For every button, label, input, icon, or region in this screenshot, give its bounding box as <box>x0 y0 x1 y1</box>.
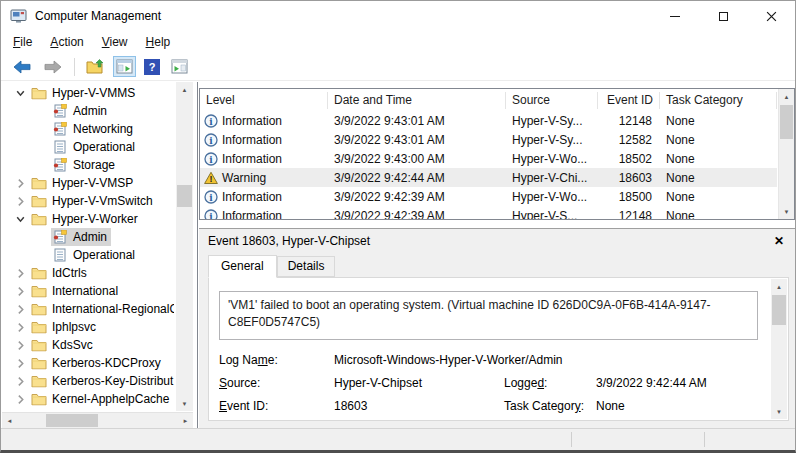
folder-icon <box>31 176 47 190</box>
tree-vertical-scrollbar[interactable]: ▲ ▼ <box>176 82 193 411</box>
event-row[interactable]: Information 3/9/2022 9:42:39 AM Hyper-V-… <box>200 187 777 206</box>
chevron-right-icon[interactable] <box>15 268 26 279</box>
tree-item-kerberos-key-dist[interactable]: Kerberos-Key-Distribut <box>1 372 174 390</box>
tree-item-worker-admin-selected[interactable]: Admin <box>1 228 174 246</box>
chevron-right-icon[interactable] <box>15 304 26 315</box>
tree-item-international[interactable]: International <box>1 282 174 300</box>
menu-help[interactable]: Help <box>137 33 180 51</box>
chevron-right-icon[interactable] <box>15 322 26 333</box>
menu-action[interactable]: Action <box>41 33 92 51</box>
tree-hscrollbar-thumb[interactable] <box>46 414 98 427</box>
event-row[interactable]: Information 3/9/2022 9:43:01 AM Hyper-V-… <box>200 130 777 149</box>
tree-item-hyper-v-vmsp[interactable]: Hyper-V-VMSP <box>1 174 174 192</box>
column-header-source[interactable]: Source <box>506 92 598 109</box>
folder-icon <box>31 392 47 406</box>
maximize-button[interactable] <box>699 1 747 31</box>
event-source-cell: Hyper-V-Wo... <box>506 152 598 166</box>
scroll-down-icon[interactable]: ▼ <box>771 404 787 419</box>
tree-view: Hyper-V-VMMS Admin Networking Operationa… <box>1 84 174 411</box>
tree-item-vmms-storage[interactable]: Storage <box>1 156 174 174</box>
up-one-level-button[interactable] <box>83 56 108 77</box>
chevron-down-icon[interactable] <box>15 214 26 225</box>
tree-item-vmms-operational[interactable]: Operational <box>1 138 174 156</box>
chevron-right-icon[interactable] <box>15 286 26 297</box>
scroll-right-icon[interactable]: ► <box>178 413 193 428</box>
menu-file[interactable]: File <box>4 33 41 51</box>
detail-scrollbar-thumb[interactable] <box>772 295 786 325</box>
column-header-datetime[interactable]: Date and Time <box>328 92 506 109</box>
tree-item-kdssvc[interactable]: KdsSvc <box>1 336 174 354</box>
event-description[interactable]: 'VM1' failed to boot an operating system… <box>219 291 758 340</box>
column-header-task-category[interactable]: Task Category <box>660 92 777 109</box>
tab-details[interactable]: Details <box>277 256 336 277</box>
column-header-event-id[interactable]: Event ID <box>598 92 660 109</box>
tree-item-vmms-admin[interactable]: Admin <box>1 102 174 120</box>
show-console-tree-button[interactable] <box>113 56 136 77</box>
chevron-right-icon[interactable] <box>15 394 26 405</box>
column-header-level[interactable]: Level <box>200 92 328 109</box>
event-datetime-cell: 3/9/2022 9:43:01 AM <box>328 114 506 128</box>
menu-view[interactable]: View <box>93 33 137 51</box>
help-button[interactable]: ? <box>141 56 163 78</box>
event-log-icon <box>52 158 68 172</box>
tab-general[interactable]: General <box>208 255 277 278</box>
scroll-down-icon[interactable]: ▼ <box>779 204 794 219</box>
scroll-up-icon[interactable]: ▲ <box>771 279 787 294</box>
scroll-up-icon[interactable]: ▲ <box>176 82 193 97</box>
scroll-up-icon[interactable]: ▲ <box>779 89 794 104</box>
event-level-cell: Information <box>200 190 328 204</box>
event-detail-header: Event 18603, Hyper-V-Chipset ✕ <box>199 229 795 253</box>
chevron-right-icon[interactable] <box>15 196 26 207</box>
back-button[interactable] <box>9 57 35 77</box>
events-scrollbar-thumb[interactable] <box>780 105 793 139</box>
event-row[interactable]: Information 3/9/2022 9:43:01 AM Hyper-V-… <box>200 111 777 130</box>
event-id-cell: 12148 <box>598 209 660 221</box>
detail-vertical-scrollbar[interactable]: ▲ ▼ <box>771 279 787 419</box>
tree-item-label: International <box>52 284 118 298</box>
chevron-right-icon[interactable] <box>15 376 26 387</box>
folder-up-icon <box>86 59 105 74</box>
event-row[interactable]: Information 3/9/2022 9:43:00 AM Hyper-V-… <box>200 149 777 168</box>
event-id-cell: 12582 <box>598 133 660 147</box>
forward-arrow-icon <box>43 60 63 74</box>
chevron-down-icon[interactable] <box>15 88 26 99</box>
tree-item-worker-operational[interactable]: Operational <box>1 246 174 264</box>
event-detail-pane: Event 18603, Hyper-V-Chipset ✕ General D… <box>199 228 795 428</box>
event-log-icon <box>52 230 68 244</box>
event-row-clipped[interactable]: Information 3/9/2022 9:42:39 AM Hyper-V-… <box>200 206 777 220</box>
tree-item-iphlpsvc[interactable]: Iphlpsvc <box>1 318 174 336</box>
tree-item-label: Storage <box>73 158 115 172</box>
detail-close-button[interactable]: ✕ <box>774 234 784 248</box>
scroll-down-icon[interactable]: ▼ <box>176 396 193 411</box>
tree-item-hyper-v-vmswitch[interactable]: Hyper-V-VmSwitch <box>1 192 174 210</box>
tree-item-international-regional[interactable]: International-RegionalO <box>1 300 174 318</box>
tree-item-kerberos-kdcproxy[interactable]: Kerberos-KDCProxy <box>1 354 174 372</box>
tree-item-idctrls[interactable]: IdCtrls <box>1 264 174 282</box>
minimize-button[interactable] <box>651 1 699 31</box>
forward-button[interactable] <box>40 57 66 77</box>
event-row-selected-warning[interactable]: Warning 3/9/2022 9:42:44 AM Hyper-V-Chi.… <box>200 168 777 187</box>
show-action-pane-button[interactable] <box>168 56 191 77</box>
menu-bar: File Action View Help <box>1 31 795 53</box>
tree-horizontal-scrollbar[interactable]: ◄ ► <box>2 412 193 428</box>
tree-item-vmms-networking[interactable]: Networking <box>1 120 174 138</box>
chevron-right-icon[interactable] <box>15 340 26 351</box>
statusbar-separator <box>704 432 705 447</box>
chevron-right-icon[interactable] <box>15 358 26 369</box>
event-level-cell: Warning <box>200 171 328 185</box>
event-id-label: Event ID: <box>219 399 334 413</box>
close-button[interactable] <box>747 1 795 31</box>
tree-item-hyper-v-vmms[interactable]: Hyper-V-VMMS <box>1 84 174 102</box>
title-bar[interactable]: Computer Management <box>1 1 795 31</box>
chevron-right-icon[interactable] <box>15 178 26 189</box>
close-icon: ✕ <box>774 234 784 248</box>
events-vertical-scrollbar[interactable]: ▲ ▼ <box>778 89 794 219</box>
scroll-left-icon[interactable]: ◄ <box>2 413 17 428</box>
tree-item-hyper-v-worker[interactable]: Hyper-V-Worker <box>1 210 174 228</box>
right-pane: Level Date and Time Source Event ID Task… <box>199 82 795 428</box>
event-datetime-cell: 3/9/2022 9:42:44 AM <box>328 171 506 185</box>
event-datetime-cell: 3/9/2022 9:42:39 AM <box>328 209 506 221</box>
tree-scrollbar-thumb[interactable] <box>177 185 192 207</box>
info-icon <box>204 152 218 166</box>
tree-item-kernel-apphelpcache[interactable]: Kernel-ApphelpCache <box>1 390 174 408</box>
